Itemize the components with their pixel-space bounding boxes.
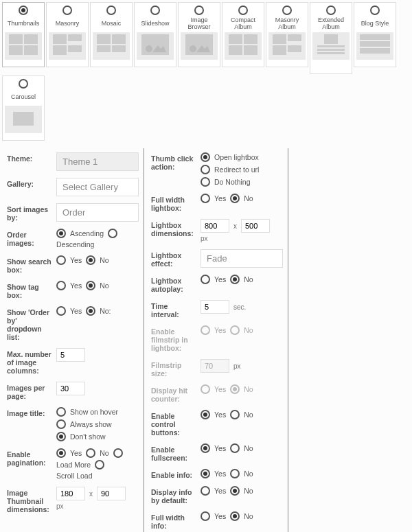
layout-radio[interactable] (19, 5, 28, 15)
fwi-yes-radio[interactable] (201, 511, 210, 521)
right-column: Thumb click action: Open lightbox Redire… (144, 148, 288, 532)
theme-label: Theme: (7, 152, 52, 163)
lbeffect-select[interactable] (201, 249, 283, 268)
interval-input[interactable] (201, 300, 229, 314)
layout-preview (93, 32, 130, 60)
searchbox-label: Show search box: (7, 255, 52, 274)
layout-preview (137, 32, 174, 60)
pagination-label: Enable pagination: (7, 448, 52, 467)
imgtitle-always-radio[interactable] (56, 419, 66, 429)
maxcols-input[interactable] (56, 348, 85, 362)
layout-tile-extended-album[interactable]: Extended Album (310, 2, 352, 74)
layout-radio[interactable] (106, 5, 116, 15)
filmsize-label: Filmstrip size: (151, 359, 196, 378)
layout-tile-blog-style[interactable]: Blog Style (354, 2, 396, 67)
perpage-input[interactable] (56, 382, 85, 395)
layout-radio[interactable] (282, 5, 292, 15)
cb-no-radio[interactable] (230, 410, 240, 419)
lb-h-input[interactable] (241, 219, 270, 233)
layout-label: Mosaic (102, 17, 122, 31)
id-yes-radio[interactable] (201, 486, 210, 496)
thumbdim-label: Image Thumbnail dimensions: (7, 487, 52, 513)
pag-yes-radio[interactable] (56, 448, 66, 458)
sort-label: Sort images by: (7, 203, 52, 222)
layout-tile-masonry-album[interactable]: Masonry Album (266, 2, 308, 67)
layout-tile-carousel[interactable]: Carousel (2, 76, 45, 141)
info-no-radio[interactable] (230, 469, 240, 478)
layout-tile-thumbnails[interactable]: Thumbnails (2, 2, 45, 67)
hc-no-radio (230, 384, 240, 394)
layout-radio[interactable] (150, 5, 160, 15)
layout-tile-compact-album[interactable]: Compact Album (222, 2, 264, 67)
layout-radio[interactable] (194, 5, 204, 15)
imgtitle-dont-radio[interactable] (56, 432, 66, 441)
fullscreen-label: Enable fullscreen: (151, 443, 196, 462)
info-yes-radio[interactable] (201, 469, 210, 478)
orderby-no-radio[interactable] (86, 306, 95, 316)
tc-redirect-radio[interactable] (201, 165, 210, 174)
pag-scroll-radio[interactable] (95, 460, 104, 470)
fwlb-yes-radio[interactable] (201, 194, 210, 203)
pag-no-radio[interactable] (86, 448, 95, 458)
thumb-h-input[interactable] (97, 487, 126, 500)
fwi-no-radio[interactable] (230, 511, 240, 521)
gallery-label: Gallery: (7, 178, 52, 188)
layout-radio[interactable] (326, 5, 336, 15)
layout-tile-mosaic[interactable]: Mosaic (90, 2, 133, 67)
cb-yes-radio[interactable] (201, 410, 210, 419)
lbautoplay-label: Lightbox autoplay: (151, 275, 196, 293)
searchbox-yes-radio[interactable] (56, 255, 66, 265)
gallery-select[interactable] (56, 178, 139, 196)
order-asc-radio[interactable] (56, 229, 66, 238)
layout-preview (268, 32, 306, 60)
fwlb-no-radio[interactable] (230, 194, 240, 203)
layout-label: Masonry Album (268, 17, 306, 31)
tagbox-yes-radio[interactable] (56, 281, 66, 290)
layout-radio[interactable] (370, 5, 380, 15)
layout-tile-slideshow[interactable]: Slideshow (134, 2, 176, 67)
layout-preview (5, 106, 42, 133)
interval-label: Time interval: (151, 300, 196, 319)
pag-loadmore-radio[interactable] (113, 448, 123, 458)
thumbclick-label: Thumb click action: (151, 152, 196, 171)
tagbox-no-radio[interactable] (86, 281, 95, 290)
layout-tile-image-browser[interactable]: Image Browser (178, 2, 220, 67)
lbap-yes-radio[interactable] (201, 275, 210, 284)
left-column: Theme: Gallery: Sort images by: Order im… (0, 148, 144, 532)
thumb-w-input[interactable] (56, 487, 85, 500)
tc-nothing-radio[interactable] (201, 177, 210, 187)
layout-preview (181, 32, 218, 60)
info-label: Enable info: (151, 469, 196, 479)
layout-label: Compact Album (224, 17, 262, 31)
imgtitle-hover-radio[interactable] (56, 407, 66, 417)
searchbox-no-radio[interactable] (86, 255, 95, 265)
orderby-yes-radio[interactable] (56, 306, 66, 316)
layout-radio[interactable] (19, 79, 28, 89)
tc-open-radio[interactable] (201, 152, 210, 162)
fsc-no-radio[interactable] (230, 443, 240, 453)
sort-select[interactable] (56, 203, 139, 222)
layout-preview (356, 32, 393, 60)
orderby-label: Show 'Order by' dropdown list: (7, 306, 52, 341)
layout-radio[interactable] (62, 5, 72, 15)
maxcols-label: Max. number of image columns: (7, 348, 52, 375)
layout-preview (5, 32, 42, 60)
lbeffect-label: Lightbox effect: (151, 249, 196, 268)
filmstrip-label: Enable filmstrip in lightbox: (151, 325, 196, 352)
tagbox-label: Show tag box: (7, 281, 52, 299)
lbap-no-radio[interactable] (230, 275, 240, 284)
imgtitle-label: Image title: (7, 407, 52, 417)
layout-tile-masonry[interactable]: Masonry (46, 2, 89, 67)
fwi-label: Full width info: (151, 511, 196, 530)
fwlb-label: Full width lightbox: (151, 194, 196, 212)
order-desc-radio[interactable] (108, 229, 117, 238)
layout-radio[interactable] (238, 5, 248, 15)
layout-label: Extended Album (312, 17, 350, 31)
lb-w-input[interactable] (201, 219, 229, 233)
theme-select[interactable] (56, 152, 139, 171)
id-no-radio[interactable] (230, 486, 240, 496)
filmsize-input (201, 359, 229, 373)
layout-label: Blog Style (361, 17, 389, 31)
fsc-yes-radio[interactable] (201, 443, 210, 453)
fs-no-radio (230, 325, 240, 335)
